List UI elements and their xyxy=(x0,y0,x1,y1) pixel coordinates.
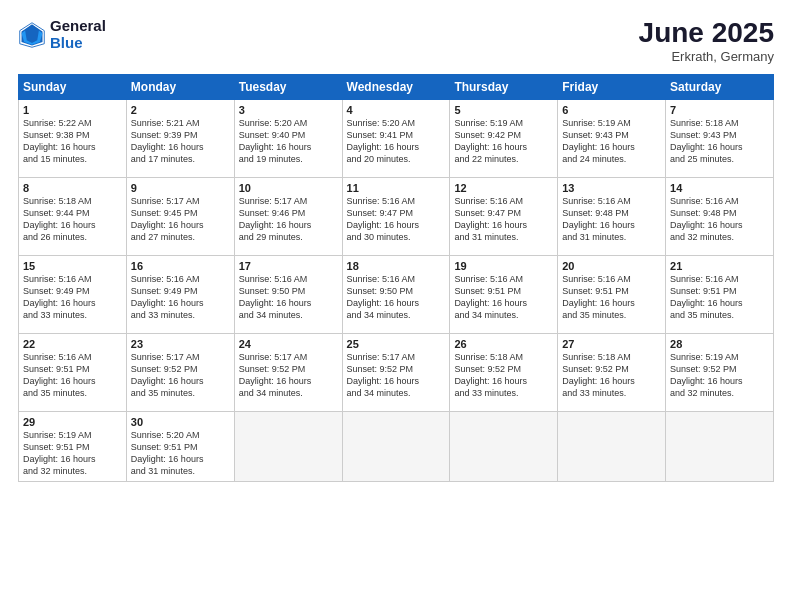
calendar-cell: 6Sunrise: 5:19 AMSunset: 9:43 PMDaylight… xyxy=(558,99,666,177)
day-number: 4 xyxy=(347,104,446,116)
cell-info: Sunrise: 5:16 AMSunset: 9:49 PMDaylight:… xyxy=(23,274,96,320)
week-row-4: 22Sunrise: 5:16 AMSunset: 9:51 PMDayligh… xyxy=(19,333,774,411)
logo-general: General xyxy=(50,18,106,35)
day-number: 19 xyxy=(454,260,553,272)
header: General Blue June 2025 Erkrath, Germany xyxy=(18,18,774,64)
day-number: 18 xyxy=(347,260,446,272)
day-number: 11 xyxy=(347,182,446,194)
logo-blue: Blue xyxy=(50,35,106,52)
day-number: 27 xyxy=(562,338,661,350)
cell-info: Sunrise: 5:16 AMSunset: 9:51 PMDaylight:… xyxy=(23,352,96,398)
day-number: 9 xyxy=(131,182,230,194)
cell-info: Sunrise: 5:20 AMSunset: 9:41 PMDaylight:… xyxy=(347,118,420,164)
cell-info: Sunrise: 5:21 AMSunset: 9:39 PMDaylight:… xyxy=(131,118,204,164)
calendar-cell: 21Sunrise: 5:16 AMSunset: 9:51 PMDayligh… xyxy=(666,255,774,333)
cell-info: Sunrise: 5:18 AMSunset: 9:52 PMDaylight:… xyxy=(454,352,527,398)
day-number: 14 xyxy=(670,182,769,194)
calendar-cell: 10Sunrise: 5:17 AMSunset: 9:46 PMDayligh… xyxy=(234,177,342,255)
calendar-cell: 7Sunrise: 5:18 AMSunset: 9:43 PMDaylight… xyxy=(666,99,774,177)
calendar-cell: 20Sunrise: 5:16 AMSunset: 9:51 PMDayligh… xyxy=(558,255,666,333)
cell-info: Sunrise: 5:16 AMSunset: 9:51 PMDaylight:… xyxy=(670,274,743,320)
col-header-tuesday: Tuesday xyxy=(234,74,342,99)
cell-info: Sunrise: 5:16 AMSunset: 9:50 PMDaylight:… xyxy=(347,274,420,320)
calendar-cell: 8Sunrise: 5:18 AMSunset: 9:44 PMDaylight… xyxy=(19,177,127,255)
calendar-cell: 23Sunrise: 5:17 AMSunset: 9:52 PMDayligh… xyxy=(126,333,234,411)
day-number: 20 xyxy=(562,260,661,272)
day-number: 12 xyxy=(454,182,553,194)
cell-info: Sunrise: 5:16 AMSunset: 9:47 PMDaylight:… xyxy=(347,196,420,242)
location: Erkrath, Germany xyxy=(639,49,774,64)
calendar-cell: 4Sunrise: 5:20 AMSunset: 9:41 PMDaylight… xyxy=(342,99,450,177)
calendar-cell xyxy=(666,411,774,482)
cell-info: Sunrise: 5:16 AMSunset: 9:48 PMDaylight:… xyxy=(670,196,743,242)
day-number: 10 xyxy=(239,182,338,194)
calendar-cell xyxy=(234,411,342,482)
month-title: June 2025 xyxy=(639,18,774,49)
page: General Blue June 2025 Erkrath, Germany … xyxy=(0,0,792,612)
cell-info: Sunrise: 5:18 AMSunset: 9:44 PMDaylight:… xyxy=(23,196,96,242)
cell-info: Sunrise: 5:19 AMSunset: 9:42 PMDaylight:… xyxy=(454,118,527,164)
calendar-cell: 3Sunrise: 5:20 AMSunset: 9:40 PMDaylight… xyxy=(234,99,342,177)
calendar-cell: 5Sunrise: 5:19 AMSunset: 9:42 PMDaylight… xyxy=(450,99,558,177)
day-number: 8 xyxy=(23,182,122,194)
calendar-cell: 11Sunrise: 5:16 AMSunset: 9:47 PMDayligh… xyxy=(342,177,450,255)
calendar-cell xyxy=(558,411,666,482)
calendar-cell: 1Sunrise: 5:22 AMSunset: 9:38 PMDaylight… xyxy=(19,99,127,177)
col-header-friday: Friday xyxy=(558,74,666,99)
cell-info: Sunrise: 5:16 AMSunset: 9:47 PMDaylight:… xyxy=(454,196,527,242)
cell-info: Sunrise: 5:20 AMSunset: 9:51 PMDaylight:… xyxy=(131,430,204,476)
week-row-3: 15Sunrise: 5:16 AMSunset: 9:49 PMDayligh… xyxy=(19,255,774,333)
calendar-cell: 27Sunrise: 5:18 AMSunset: 9:52 PMDayligh… xyxy=(558,333,666,411)
calendar-cell: 14Sunrise: 5:16 AMSunset: 9:48 PMDayligh… xyxy=(666,177,774,255)
calendar-cell: 18Sunrise: 5:16 AMSunset: 9:50 PMDayligh… xyxy=(342,255,450,333)
calendar-table: SundayMondayTuesdayWednesdayThursdayFrid… xyxy=(18,74,774,483)
cell-info: Sunrise: 5:18 AMSunset: 9:43 PMDaylight:… xyxy=(670,118,743,164)
cell-info: Sunrise: 5:17 AMSunset: 9:52 PMDaylight:… xyxy=(347,352,420,398)
day-number: 28 xyxy=(670,338,769,350)
calendar-cell: 16Sunrise: 5:16 AMSunset: 9:49 PMDayligh… xyxy=(126,255,234,333)
calendar-cell: 29Sunrise: 5:19 AMSunset: 9:51 PMDayligh… xyxy=(19,411,127,482)
week-row-5: 29Sunrise: 5:19 AMSunset: 9:51 PMDayligh… xyxy=(19,411,774,482)
col-header-sunday: Sunday xyxy=(19,74,127,99)
calendar-cell: 30Sunrise: 5:20 AMSunset: 9:51 PMDayligh… xyxy=(126,411,234,482)
day-number: 24 xyxy=(239,338,338,350)
header-row: SundayMondayTuesdayWednesdayThursdayFrid… xyxy=(19,74,774,99)
col-header-thursday: Thursday xyxy=(450,74,558,99)
day-number: 29 xyxy=(23,416,122,428)
cell-info: Sunrise: 5:17 AMSunset: 9:52 PMDaylight:… xyxy=(239,352,312,398)
week-row-2: 8Sunrise: 5:18 AMSunset: 9:44 PMDaylight… xyxy=(19,177,774,255)
cell-info: Sunrise: 5:19 AMSunset: 9:52 PMDaylight:… xyxy=(670,352,743,398)
col-header-saturday: Saturday xyxy=(666,74,774,99)
day-number: 2 xyxy=(131,104,230,116)
general-blue-icon xyxy=(18,21,46,49)
calendar-cell: 19Sunrise: 5:16 AMSunset: 9:51 PMDayligh… xyxy=(450,255,558,333)
svg-marker-3 xyxy=(25,24,39,42)
calendar-cell: 15Sunrise: 5:16 AMSunset: 9:49 PMDayligh… xyxy=(19,255,127,333)
day-number: 3 xyxy=(239,104,338,116)
calendar-cell: 24Sunrise: 5:17 AMSunset: 9:52 PMDayligh… xyxy=(234,333,342,411)
cell-info: Sunrise: 5:16 AMSunset: 9:49 PMDaylight:… xyxy=(131,274,204,320)
day-number: 15 xyxy=(23,260,122,272)
day-number: 17 xyxy=(239,260,338,272)
day-number: 1 xyxy=(23,104,122,116)
calendar-cell: 26Sunrise: 5:18 AMSunset: 9:52 PMDayligh… xyxy=(450,333,558,411)
day-number: 16 xyxy=(131,260,230,272)
calendar-cell xyxy=(450,411,558,482)
cell-info: Sunrise: 5:17 AMSunset: 9:52 PMDaylight:… xyxy=(131,352,204,398)
cell-info: Sunrise: 5:19 AMSunset: 9:43 PMDaylight:… xyxy=(562,118,635,164)
cell-info: Sunrise: 5:22 AMSunset: 9:38 PMDaylight:… xyxy=(23,118,96,164)
day-number: 5 xyxy=(454,104,553,116)
cell-info: Sunrise: 5:16 AMSunset: 9:51 PMDaylight:… xyxy=(454,274,527,320)
day-number: 23 xyxy=(131,338,230,350)
cell-info: Sunrise: 5:18 AMSunset: 9:52 PMDaylight:… xyxy=(562,352,635,398)
day-number: 21 xyxy=(670,260,769,272)
cell-info: Sunrise: 5:16 AMSunset: 9:51 PMDaylight:… xyxy=(562,274,635,320)
calendar-cell: 22Sunrise: 5:16 AMSunset: 9:51 PMDayligh… xyxy=(19,333,127,411)
cell-info: Sunrise: 5:16 AMSunset: 9:50 PMDaylight:… xyxy=(239,274,312,320)
day-number: 13 xyxy=(562,182,661,194)
calendar-cell: 25Sunrise: 5:17 AMSunset: 9:52 PMDayligh… xyxy=(342,333,450,411)
day-number: 7 xyxy=(670,104,769,116)
col-header-monday: Monday xyxy=(126,74,234,99)
day-number: 22 xyxy=(23,338,122,350)
cell-info: Sunrise: 5:19 AMSunset: 9:51 PMDaylight:… xyxy=(23,430,96,476)
